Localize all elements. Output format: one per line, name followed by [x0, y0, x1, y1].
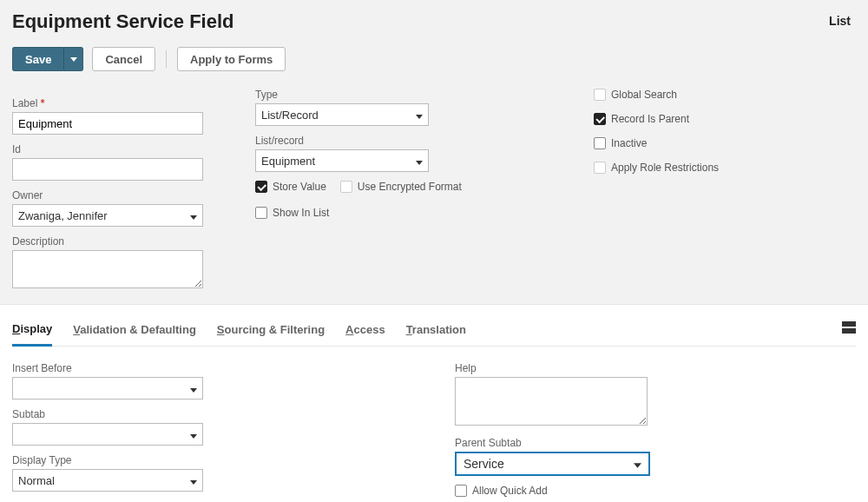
global-search-label: Global Search	[611, 89, 677, 101]
chevron-down-icon	[190, 474, 197, 487]
type-select-value: List/Record	[261, 109, 319, 122]
display-type-select[interactable]: Normal	[12, 469, 203, 492]
cancel-button[interactable]: Cancel	[92, 47, 155, 71]
show-in-list-checkbox[interactable]	[255, 207, 267, 219]
label-field-label: Label	[12, 97, 220, 109]
apply-role-restrictions-label: Apply Role Restrictions	[611, 162, 719, 174]
apply-to-forms-button[interactable]: Apply to Forms	[177, 47, 286, 71]
chevron-down-icon	[416, 155, 423, 168]
record-is-parent-checkbox[interactable]	[594, 113, 606, 125]
subtab-label: Subtab	[12, 408, 220, 420]
tab-bar: Display Validation & Defaulting Sourcing…	[12, 317, 856, 347]
subtab-select[interactable]	[12, 423, 203, 446]
owner-select-value: Zwaniga, Jennifer	[18, 209, 108, 222]
apply-role-restrictions-checkbox[interactable]	[594, 162, 606, 174]
record-is-parent-label: Record Is Parent	[611, 113, 689, 125]
allow-quick-add-label: Allow Quick Add	[472, 485, 548, 497]
owner-select[interactable]: Zwaniga, Jennifer	[12, 204, 203, 227]
insert-before-select[interactable]	[12, 377, 203, 400]
store-value-label: Store Value	[273, 181, 326, 193]
svg-rect-1	[842, 328, 856, 334]
type-select[interactable]: List/Record	[255, 103, 429, 126]
tab-translation[interactable]: Translation	[406, 318, 466, 345]
save-button[interactable]: Save	[12, 47, 64, 71]
listrecord-select[interactable]: Equipment	[255, 149, 429, 172]
tab-display[interactable]: Display	[12, 317, 52, 347]
listrecord-field-label: List/record	[255, 135, 507, 147]
list-link[interactable]: List	[829, 10, 856, 28]
store-value-checkbox[interactable]	[255, 181, 267, 193]
inactive-checkbox[interactable]	[594, 137, 606, 149]
chevron-down-icon	[190, 209, 197, 222]
description-textarea[interactable]	[12, 250, 203, 288]
layout-toggle-icon[interactable]	[842, 321, 856, 341]
type-field-label: Type	[255, 89, 507, 101]
label-input[interactable]	[12, 112, 203, 135]
use-encrypted-format-checkbox[interactable]	[340, 181, 352, 193]
chevron-down-icon	[416, 109, 423, 122]
parent-subtab-value: Service	[464, 457, 504, 471]
save-dropdown-caret[interactable]	[64, 47, 83, 71]
help-textarea[interactable]	[455, 377, 648, 426]
tab-validation[interactable]: Validation & Defaulting	[73, 318, 196, 345]
global-search-checkbox[interactable]	[594, 89, 606, 101]
insert-before-label: Insert Before	[12, 362, 220, 374]
use-encrypted-format-label: Use Encrypted Format	[358, 181, 462, 193]
help-label: Help	[455, 362, 681, 374]
display-type-value: Normal	[18, 474, 55, 487]
action-bar-top: Save Cancel Apply to Forms	[12, 47, 856, 71]
chevron-down-icon	[190, 428, 197, 441]
parent-subtab-select[interactable]: Service	[455, 452, 650, 476]
listrecord-select-value: Equipment	[261, 155, 315, 168]
parent-subtab-label: Parent Subtab	[455, 437, 681, 449]
id-field-label: Id	[12, 143, 220, 155]
inactive-label: Inactive	[611, 137, 647, 149]
description-field-label: Description	[12, 235, 220, 248]
id-input[interactable]	[12, 158, 203, 181]
divider	[166, 50, 167, 68]
chevron-down-icon	[190, 382, 197, 395]
allow-quick-add-checkbox[interactable]	[455, 485, 467, 497]
chevron-down-icon	[634, 457, 641, 471]
tab-access[interactable]: Access	[345, 318, 385, 345]
page-title: Equipment Service Field	[12, 10, 234, 33]
owner-field-label: Owner	[12, 189, 220, 201]
display-type-label: Display Type	[12, 454, 220, 466]
show-in-list-label: Show In List	[273, 207, 329, 219]
svg-rect-0	[842, 321, 856, 327]
tab-sourcing[interactable]: Sourcing & Filtering	[217, 318, 325, 345]
